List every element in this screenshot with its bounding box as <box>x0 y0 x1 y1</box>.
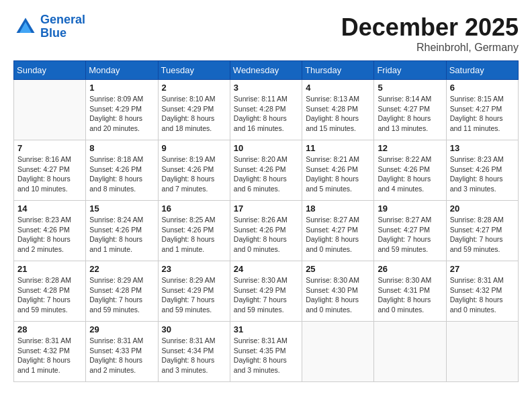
day-info: Sunrise: 8:24 AMSunset: 4:26 PMDaylight:… <box>89 215 154 255</box>
weekday-header-friday: Friday <box>374 61 446 80</box>
calendar-cell: 14Sunrise: 8:23 AMSunset: 4:26 PMDayligh… <box>14 201 86 261</box>
day-info: Sunrise: 8:21 AMSunset: 4:26 PMDaylight:… <box>306 154 370 194</box>
weekday-header-monday: Monday <box>86 61 158 80</box>
weekday-header-wednesday: Wednesday <box>230 61 302 80</box>
day-info: Sunrise: 8:23 AMSunset: 4:26 PMDaylight:… <box>17 215 82 255</box>
day-number: 27 <box>450 264 515 274</box>
logo: General Blue <box>13 13 85 40</box>
calendar-cell: 29Sunrise: 8:31 AMSunset: 4:33 PMDayligh… <box>86 322 158 382</box>
day-info: Sunrise: 8:30 AMSunset: 4:29 PMDaylight:… <box>234 275 298 315</box>
calendar-cell: 3Sunrise: 8:11 AMSunset: 4:28 PMDaylight… <box>230 80 302 140</box>
day-number: 17 <box>234 203 298 214</box>
day-info: Sunrise: 8:30 AMSunset: 4:31 PMDaylight:… <box>378 275 442 315</box>
calendar-cell: 1Sunrise: 8:09 AMSunset: 4:29 PMDaylight… <box>86 80 158 140</box>
day-number: 9 <box>162 143 226 153</box>
logo-text: General Blue <box>40 13 85 40</box>
day-number: 28 <box>17 324 82 334</box>
calendar-cell: 23Sunrise: 8:29 AMSunset: 4:29 PMDayligh… <box>158 261 230 322</box>
weekday-header-saturday: Saturday <box>446 61 518 80</box>
day-info: Sunrise: 8:28 AMSunset: 4:28 PMDaylight:… <box>17 275 82 315</box>
day-number: 22 <box>89 264 154 274</box>
day-number: 1 <box>89 83 154 93</box>
calendar-cell: 13Sunrise: 8:23 AMSunset: 4:26 PMDayligh… <box>446 140 518 201</box>
day-number: 23 <box>162 264 226 274</box>
day-number: 13 <box>450 143 515 153</box>
day-number: 21 <box>17 264 82 274</box>
day-number: 20 <box>450 203 515 214</box>
calendar-cell: 8Sunrise: 8:18 AMSunset: 4:26 PMDaylight… <box>86 140 158 201</box>
calendar-cell: 15Sunrise: 8:24 AMSunset: 4:26 PMDayligh… <box>86 201 158 261</box>
calendar-cell: 21Sunrise: 8:28 AMSunset: 4:28 PMDayligh… <box>14 261 86 322</box>
day-number: 3 <box>234 83 298 93</box>
day-number: 31 <box>234 324 298 334</box>
calendar-cell: 9Sunrise: 8:19 AMSunset: 4:26 PMDaylight… <box>158 140 230 201</box>
day-info: Sunrise: 8:14 AMSunset: 4:27 PMDaylight:… <box>378 94 442 134</box>
calendar-cell: 12Sunrise: 8:22 AMSunset: 4:26 PMDayligh… <box>374 140 446 201</box>
day-info: Sunrise: 8:29 AMSunset: 4:28 PMDaylight:… <box>89 275 154 315</box>
calendar-cell: 2Sunrise: 8:10 AMSunset: 4:29 PMDaylight… <box>158 80 230 140</box>
day-number: 6 <box>450 83 515 93</box>
calendar-cell: 11Sunrise: 8:21 AMSunset: 4:26 PMDayligh… <box>302 140 374 201</box>
calendar-cell: 24Sunrise: 8:30 AMSunset: 4:29 PMDayligh… <box>230 261 302 322</box>
day-info: Sunrise: 8:26 AMSunset: 4:26 PMDaylight:… <box>234 215 298 255</box>
calendar-cell: 25Sunrise: 8:30 AMSunset: 4:30 PMDayligh… <box>302 261 374 322</box>
day-number: 16 <box>162 203 226 214</box>
calendar-cell: 22Sunrise: 8:29 AMSunset: 4:28 PMDayligh… <box>86 261 158 322</box>
week-row-2: 14Sunrise: 8:23 AMSunset: 4:26 PMDayligh… <box>14 201 519 261</box>
day-info: Sunrise: 8:10 AMSunset: 4:29 PMDaylight:… <box>162 94 226 134</box>
day-number: 29 <box>89 324 154 334</box>
day-info: Sunrise: 8:31 AMSunset: 4:32 PMDaylight:… <box>450 275 515 315</box>
day-number: 30 <box>162 324 226 334</box>
week-row-0: 1Sunrise: 8:09 AMSunset: 4:29 PMDaylight… <box>14 80 519 140</box>
day-info: Sunrise: 8:27 AMSunset: 4:27 PMDaylight:… <box>378 215 442 255</box>
weekday-header-thursday: Thursday <box>302 61 374 80</box>
day-number: 18 <box>306 203 370 214</box>
week-row-4: 28Sunrise: 8:31 AMSunset: 4:32 PMDayligh… <box>14 322 519 382</box>
day-info: Sunrise: 8:30 AMSunset: 4:30 PMDaylight:… <box>306 275 370 315</box>
calendar-cell: 17Sunrise: 8:26 AMSunset: 4:26 PMDayligh… <box>230 201 302 261</box>
calendar-cell: 27Sunrise: 8:31 AMSunset: 4:32 PMDayligh… <box>446 261 518 322</box>
calendar-cell: 18Sunrise: 8:27 AMSunset: 4:27 PMDayligh… <box>302 201 374 261</box>
week-row-3: 21Sunrise: 8:28 AMSunset: 4:28 PMDayligh… <box>14 261 519 322</box>
day-number: 7 <box>17 143 82 153</box>
day-info: Sunrise: 8:23 AMSunset: 4:26 PMDaylight:… <box>450 154 515 194</box>
day-info: Sunrise: 8:16 AMSunset: 4:27 PMDaylight:… <box>17 154 82 194</box>
calendar-cell: 20Sunrise: 8:28 AMSunset: 4:27 PMDayligh… <box>446 201 518 261</box>
calendar-cell <box>14 80 86 140</box>
day-number: 24 <box>234 264 298 274</box>
location: Rheinbrohl, Germany <box>341 42 519 54</box>
day-number: 8 <box>89 143 154 153</box>
calendar-cell: 31Sunrise: 8:31 AMSunset: 4:35 PMDayligh… <box>230 322 302 382</box>
day-info: Sunrise: 8:22 AMSunset: 4:26 PMDaylight:… <box>378 154 442 194</box>
calendar-cell: 26Sunrise: 8:30 AMSunset: 4:31 PMDayligh… <box>374 261 446 322</box>
day-info: Sunrise: 8:31 AMSunset: 4:33 PMDaylight:… <box>89 336 154 375</box>
calendar-cell: 4Sunrise: 8:13 AMSunset: 4:28 PMDaylight… <box>302 80 374 140</box>
calendar-cell <box>374 322 446 382</box>
day-info: Sunrise: 8:31 AMSunset: 4:32 PMDaylight:… <box>17 336 82 375</box>
day-info: Sunrise: 8:25 AMSunset: 4:26 PMDaylight:… <box>162 215 226 255</box>
month-title: December 2025 <box>341 13 519 42</box>
logo-line1: General <box>40 13 85 26</box>
header: General Blue December 2025 Rheinbrohl, G… <box>13 13 519 54</box>
calendar-cell: 19Sunrise: 8:27 AMSunset: 4:27 PMDayligh… <box>374 201 446 261</box>
day-number: 2 <box>162 83 226 93</box>
day-number: 11 <box>306 143 370 153</box>
day-info: Sunrise: 8:09 AMSunset: 4:29 PMDaylight:… <box>89 94 154 134</box>
day-info: Sunrise: 8:13 AMSunset: 4:28 PMDaylight:… <box>306 94 370 134</box>
weekday-header-tuesday: Tuesday <box>158 61 230 80</box>
calendar-cell: 16Sunrise: 8:25 AMSunset: 4:26 PMDayligh… <box>158 201 230 261</box>
title-area: December 2025 Rheinbrohl, Germany <box>341 13 519 54</box>
day-number: 4 <box>306 83 370 93</box>
calendar-cell: 10Sunrise: 8:20 AMSunset: 4:26 PMDayligh… <box>230 140 302 201</box>
day-info: Sunrise: 8:11 AMSunset: 4:28 PMDaylight:… <box>234 94 298 134</box>
day-info: Sunrise: 8:15 AMSunset: 4:27 PMDaylight:… <box>450 94 515 134</box>
calendar-cell: 30Sunrise: 8:31 AMSunset: 4:34 PMDayligh… <box>158 322 230 382</box>
logo-line2: Blue <box>40 26 66 40</box>
day-info: Sunrise: 8:27 AMSunset: 4:27 PMDaylight:… <box>306 215 370 255</box>
calendar: SundayMondayTuesdayWednesdayThursdayFrid… <box>13 60 519 382</box>
day-number: 10 <box>234 143 298 153</box>
calendar-cell <box>302 322 374 382</box>
day-number: 15 <box>89 203 154 214</box>
day-number: 19 <box>378 203 442 214</box>
day-info: Sunrise: 8:31 AMSunset: 4:34 PMDaylight:… <box>162 336 226 375</box>
